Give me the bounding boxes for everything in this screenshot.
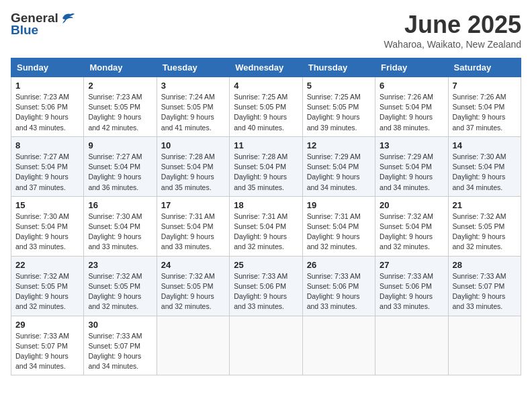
day-number: 10 <box>161 140 225 150</box>
title-section: June 2025 Waharoa, Waikato, New Zealand <box>384 11 521 50</box>
calendar-cell <box>302 316 375 375</box>
day-info: Sunrise: 7:31 AMSunset: 5:04 PMDaylight:… <box>307 212 371 253</box>
day-number: 9 <box>88 140 152 150</box>
day-number: 12 <box>307 140 371 150</box>
day-number: 19 <box>307 200 371 210</box>
col-wednesday: Wednesday <box>230 58 302 77</box>
day-info: Sunrise: 7:29 AMSunset: 5:04 PMDaylight:… <box>380 152 443 193</box>
logo-bird-icon <box>60 11 75 25</box>
day-info: Sunrise: 7:32 AMSunset: 5:05 PMDaylight:… <box>88 271 152 312</box>
day-info: Sunrise: 7:27 AMSunset: 5:04 PMDaylight:… <box>15 152 79 193</box>
month-title: June 2025 <box>384 11 521 39</box>
day-number: 23 <box>88 260 152 270</box>
day-info: Sunrise: 7:31 AMSunset: 5:04 PMDaylight:… <box>234 212 298 253</box>
logo: General Blue <box>11 11 75 38</box>
calendar-cell: 26 Sunrise: 7:33 AMSunset: 5:06 PMDaylig… <box>302 256 375 316</box>
calendar-cell: 7 Sunrise: 7:26 AMSunset: 5:04 PMDayligh… <box>448 77 521 137</box>
calendar-week-4: 22 Sunrise: 7:32 AMSunset: 5:05 PMDaylig… <box>11 256 521 316</box>
calendar-cell: 29 Sunrise: 7:33 AMSunset: 5:07 PMDaylig… <box>11 316 84 375</box>
calendar-cell: 15 Sunrise: 7:30 AMSunset: 5:04 PMDaylig… <box>11 196 84 256</box>
col-sunday: Sunday <box>11 58 84 77</box>
calendar-cell <box>157 316 229 375</box>
calendar-cell: 1 Sunrise: 7:23 AMSunset: 5:06 PMDayligh… <box>11 77 84 137</box>
col-monday: Monday <box>84 58 157 77</box>
day-info: Sunrise: 7:27 AMSunset: 5:04 PMDaylight:… <box>88 152 152 193</box>
day-number: 26 <box>307 260 371 270</box>
day-info: Sunrise: 7:32 AMSunset: 5:05 PMDaylight:… <box>15 271 79 312</box>
calendar-cell: 12 Sunrise: 7:29 AMSunset: 5:04 PMDaylig… <box>302 136 375 196</box>
day-info: Sunrise: 7:24 AMSunset: 5:05 PMDaylight:… <box>161 92 225 133</box>
day-number: 2 <box>88 81 152 91</box>
calendar-cell: 8 Sunrise: 7:27 AMSunset: 5:04 PMDayligh… <box>11 136 84 196</box>
day-info: Sunrise: 7:25 AMSunset: 5:05 PMDaylight:… <box>307 92 371 133</box>
day-number: 15 <box>15 200 79 210</box>
day-number: 3 <box>161 81 225 91</box>
day-info: Sunrise: 7:32 AMSunset: 5:05 PMDaylight:… <box>161 271 225 312</box>
calendar-cell: 21 Sunrise: 7:32 AMSunset: 5:05 PMDaylig… <box>448 196 521 256</box>
day-info: Sunrise: 7:32 AMSunset: 5:04 PMDaylight:… <box>380 212 443 253</box>
day-info: Sunrise: 7:26 AMSunset: 5:04 PMDaylight:… <box>453 92 517 133</box>
day-number: 16 <box>88 200 152 210</box>
day-number: 20 <box>380 200 443 210</box>
day-info: Sunrise: 7:25 AMSunset: 5:05 PMDaylight:… <box>234 92 298 133</box>
col-saturday: Saturday <box>448 58 521 77</box>
calendar-cell <box>448 316 521 375</box>
day-number: 29 <box>15 320 79 330</box>
calendar-cell: 9 Sunrise: 7:27 AMSunset: 5:04 PMDayligh… <box>84 136 157 196</box>
calendar-cell: 10 Sunrise: 7:28 AMSunset: 5:04 PMDaylig… <box>157 136 229 196</box>
day-info: Sunrise: 7:33 AMSunset: 5:06 PMDaylight:… <box>380 271 443 312</box>
logo-blue-text: Blue <box>11 23 38 38</box>
day-info: Sunrise: 7:32 AMSunset: 5:05 PMDaylight:… <box>453 212 517 253</box>
day-info: Sunrise: 7:29 AMSunset: 5:04 PMDaylight:… <box>307 152 371 193</box>
calendar-cell: 4 Sunrise: 7:25 AMSunset: 5:05 PMDayligh… <box>230 77 302 137</box>
calendar-cell: 16 Sunrise: 7:30 AMSunset: 5:04 PMDaylig… <box>84 196 157 256</box>
calendar-cell: 3 Sunrise: 7:24 AMSunset: 5:05 PMDayligh… <box>157 77 229 137</box>
calendar-cell: 27 Sunrise: 7:33 AMSunset: 5:06 PMDaylig… <box>375 256 448 316</box>
calendar-cell: 13 Sunrise: 7:29 AMSunset: 5:04 PMDaylig… <box>375 136 448 196</box>
day-number: 8 <box>15 140 79 150</box>
calendar-cell: 2 Sunrise: 7:23 AMSunset: 5:05 PMDayligh… <box>84 77 157 137</box>
day-number: 13 <box>380 140 443 150</box>
day-number: 1 <box>15 81 79 91</box>
day-info: Sunrise: 7:33 AMSunset: 5:07 PMDaylight:… <box>15 331 79 372</box>
day-number: 11 <box>234 140 298 150</box>
calendar-cell: 22 Sunrise: 7:32 AMSunset: 5:05 PMDaylig… <box>11 256 84 316</box>
day-number: 18 <box>234 200 298 210</box>
day-number: 25 <box>234 260 298 270</box>
day-info: Sunrise: 7:33 AMSunset: 5:07 PMDaylight:… <box>88 331 152 372</box>
calendar-cell: 6 Sunrise: 7:26 AMSunset: 5:04 PMDayligh… <box>375 77 448 137</box>
day-info: Sunrise: 7:26 AMSunset: 5:04 PMDaylight:… <box>380 92 443 133</box>
calendar-cell: 23 Sunrise: 7:32 AMSunset: 5:05 PMDaylig… <box>84 256 157 316</box>
calendar-cell <box>230 316 302 375</box>
day-info: Sunrise: 7:33 AMSunset: 5:06 PMDaylight:… <box>307 271 371 312</box>
calendar-cell: 18 Sunrise: 7:31 AMSunset: 5:04 PMDaylig… <box>230 196 302 256</box>
day-number: 28 <box>453 260 517 270</box>
calendar-cell: 19 Sunrise: 7:31 AMSunset: 5:04 PMDaylig… <box>302 196 375 256</box>
day-number: 22 <box>15 260 79 270</box>
day-number: 17 <box>161 200 225 210</box>
calendar-cell: 28 Sunrise: 7:33 AMSunset: 5:07 PMDaylig… <box>448 256 521 316</box>
calendar-week-2: 8 Sunrise: 7:27 AMSunset: 5:04 PMDayligh… <box>11 136 521 196</box>
day-number: 30 <box>88 320 152 330</box>
day-info: Sunrise: 7:33 AMSunset: 5:06 PMDaylight:… <box>234 271 298 312</box>
day-info: Sunrise: 7:31 AMSunset: 5:04 PMDaylight:… <box>161 212 225 253</box>
day-number: 14 <box>453 140 517 150</box>
day-info: Sunrise: 7:30 AMSunset: 5:04 PMDaylight:… <box>88 212 152 253</box>
day-info: Sunrise: 7:28 AMSunset: 5:04 PMDaylight:… <box>161 152 225 193</box>
day-number: 7 <box>453 81 517 91</box>
calendar-cell: 5 Sunrise: 7:25 AMSunset: 5:05 PMDayligh… <box>302 77 375 137</box>
location-title: Waharoa, Waikato, New Zealand <box>384 39 521 50</box>
day-info: Sunrise: 7:30 AMSunset: 5:04 PMDaylight:… <box>453 152 517 193</box>
col-thursday: Thursday <box>302 58 375 77</box>
page-header: General Blue June 2025 Waharoa, Waikato,… <box>11 11 521 50</box>
day-info: Sunrise: 7:23 AMSunset: 5:06 PMDaylight:… <box>15 92 79 133</box>
day-number: 21 <box>453 200 517 210</box>
calendar-cell: 20 Sunrise: 7:32 AMSunset: 5:04 PMDaylig… <box>375 196 448 256</box>
day-info: Sunrise: 7:28 AMSunset: 5:04 PMDaylight:… <box>234 152 298 193</box>
day-number: 5 <box>307 81 371 91</box>
col-tuesday: Tuesday <box>157 58 229 77</box>
calendar-header-row: Sunday Monday Tuesday Wednesday Thursday… <box>11 58 521 77</box>
col-friday: Friday <box>375 58 448 77</box>
calendar-cell: 14 Sunrise: 7:30 AMSunset: 5:04 PMDaylig… <box>448 136 521 196</box>
calendar-cell: 30 Sunrise: 7:33 AMSunset: 5:07 PMDaylig… <box>84 316 157 375</box>
